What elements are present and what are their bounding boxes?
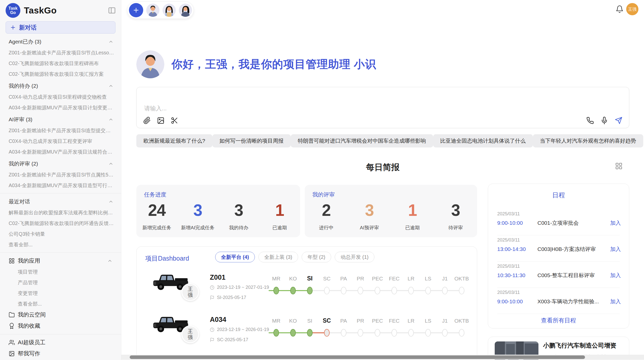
event-join-link[interactable]: 加入 [610, 272, 621, 279]
sidebar-item[interactable]: C0X4-动力总成开发项目工程变更评审 [0, 136, 121, 146]
flag-date: SC-2025-05-17 [217, 337, 248, 342]
app-window: Task Go TaskGo 新对话 Agent已办 (3) Z001-全新燃油… [0, 0, 644, 360]
sidebar-collapse-icon[interactable] [108, 6, 116, 14]
milestone-node [425, 329, 431, 337]
layout-grid-icon[interactable] [615, 162, 623, 170]
milestone-label: OKTB [453, 276, 470, 282]
divider [497, 314, 620, 314]
event-time: 13:00-14:30 [497, 246, 537, 252]
project-dates: 2023-12-19 ~ 2026-01-19 [210, 327, 269, 332]
filter-chip-new-platform[interactable]: 全新平台 (4) [215, 252, 255, 262]
milestone-label: LR [403, 318, 419, 324]
new-chat-label: 新对话 [19, 24, 37, 32]
input-toolbar-left [143, 117, 178, 124]
grid-icon [9, 258, 15, 264]
project-owner-avatar: 王强 [181, 325, 199, 343]
event-join-link[interactable]: 加入 [610, 246, 621, 253]
event-join-link[interactable]: 加入 [610, 219, 621, 227]
apps-view-all-link[interactable]: 查看全部... [0, 298, 121, 309]
suggestion-chips: 欧洲新规最近颁布了什么? 如何写一份清晰的项目周报 特朗普可能对进口汽车增税会对… [136, 134, 629, 147]
chat-input[interactable]: 请输入... [136, 87, 629, 128]
metric-label: 新增AI完成任务 [177, 224, 218, 231]
app-link-project-mgmt[interactable]: 项目管理 [0, 266, 121, 277]
award-icon [9, 323, 15, 329]
app-logo: Task Go [6, 3, 20, 18]
attachment-icon[interactable] [143, 117, 151, 124]
recent-chat-item[interactable]: 解释最新出台的欧盟报废车法规再生塑料比例被调至15%... [0, 207, 121, 218]
suggestion-chip[interactable]: 如何写一份清晰的项目周报 [212, 134, 291, 147]
sidebar-section-agent-done[interactable]: Agent已办 (3) [0, 36, 121, 47]
event-join-link[interactable]: 加入 [610, 298, 621, 305]
dashboard-filters: 全新平台 (4) 全新上装 (3) 年型 (2) 动总开发 (1) [215, 252, 374, 262]
horizontal-scrollbar-thumb[interactable] [130, 355, 585, 359]
milestone-node [358, 329, 363, 337]
notification-bell-icon[interactable] [616, 5, 624, 13]
app-link-change-mgmt[interactable]: 变更管理 [0, 288, 121, 298]
sidebar-item-ai-super-staff[interactable]: AI超级员工 [0, 337, 121, 348]
project-name[interactable]: A034 [210, 316, 226, 324]
metric-label: 已逾期 [391, 224, 434, 231]
user-avatar[interactable]: 王强 [626, 3, 638, 15]
flag-date: SI-2025-05-17 [217, 295, 246, 300]
member-avatar-1[interactable] [146, 4, 159, 17]
recent-chat-item[interactable]: C02-飞腾新能源轻客改款项目的闭环通告反馈情况 [0, 218, 121, 229]
milestone-label: PR [352, 276, 369, 282]
sidebar-section-recent-chats[interactable]: 最近对话 [0, 196, 121, 207]
metric-value: 2 [305, 202, 348, 218]
suggestion-chip[interactable]: 比亚迪全固态电池计划具体说了什么 [433, 134, 533, 147]
chevron-up-icon [108, 117, 113, 122]
milestone-label-current: SC [318, 317, 335, 324]
project-dashboard-card: 项目Dashboard 全新平台 (4) 全新上装 (3) 年型 (2) 动总开… [136, 246, 477, 360]
milestone-node [391, 329, 397, 337]
nav-label: 我的应用 [18, 257, 40, 265]
suggestion-chip[interactable]: 欧洲新规最近颁布了什么? [136, 134, 212, 147]
filter-chip-powertrain[interactable]: 动总开发 (1) [335, 252, 374, 262]
milestone-label: PEC [369, 318, 386, 324]
member-avatar-3[interactable] [179, 4, 192, 17]
add-member-button[interactable] [129, 3, 143, 17]
project-name[interactable]: Z001 [210, 274, 226, 281]
phone-icon[interactable] [586, 117, 594, 124]
recent-view-all-link[interactable]: 查看全部... [0, 239, 121, 250]
app-link-product-mgmt[interactable]: 产品管理 [0, 277, 121, 288]
new-chat-button[interactable]: 新对话 [6, 21, 115, 34]
sidebar: Task Go TaskGo 新对话 Agent已办 (3) Z001-全新燃油… [0, 0, 121, 360]
sidebar-item[interactable]: Z001-全新燃油轻卡产品开发项目SI造型提交物评审 [0, 125, 121, 136]
sidebar-item[interactable]: A034-全新新能源MUV产品开发项目法规符合性评审 [0, 146, 121, 157]
recent-chat-item[interactable]: 公司Q3轻卡销量 [0, 229, 121, 239]
milestone-label: PR [352, 318, 369, 324]
sidebar-section-my-todo[interactable]: 我的待办 (2) [0, 80, 121, 92]
metric-value: 1 [391, 202, 434, 218]
view-all-schedule-link[interactable]: 查看所有日程 [488, 317, 629, 324]
milestone-node-done [307, 329, 313, 337]
suggestion-chip[interactable]: 特朗普可能对进口汽车增税会对中国车企造成哪些影响 [291, 134, 433, 147]
sidebar-item[interactable]: Z001-全新燃油轻卡产品开发项目SI节点属性5D文件评审 [0, 169, 121, 180]
milestone-label: FEC [386, 276, 403, 282]
scissors-icon[interactable] [171, 117, 178, 124]
sidebar-section-my-review[interactable]: 我的评审 (2) [0, 158, 121, 169]
sidebar-section-ai-review[interactable]: AI评审 (3) [0, 114, 121, 125]
sidebar-item-my-favorites[interactable]: 我的收藏 [0, 320, 121, 332]
sidebar-item[interactable]: A034-全新新能源MUV产品开发项目造型可行性评审 [0, 180, 121, 191]
metric: 3 我的待办 [218, 202, 259, 231]
sidebar-item[interactable]: C0X4-动力总成开发项目SI里程碑提交物检查 [0, 92, 121, 102]
sidebar-item-my-apps[interactable]: 我的应用 [0, 255, 121, 266]
send-icon[interactable] [615, 117, 622, 124]
filter-chip-new-body[interactable]: 全新上装 (3) [258, 252, 298, 262]
suggestion-chip[interactable]: 当下年轻人对汽车外观有怎样的喜好趋势 [533, 134, 643, 147]
sidebar-item-help-me-write[interactable]: 帮我写作 [0, 348, 121, 359]
sidebar-item-my-cloud[interactable]: 我的云空间 [0, 309, 121, 320]
filter-chip-model-year[interactable]: 年型 (2) [302, 252, 331, 262]
sidebar-item[interactable]: C02-飞腾新能源轻客改款项目立项汇报方案 [0, 69, 121, 79]
microphone-icon[interactable] [601, 117, 608, 124]
sidebar-item[interactable]: A034-全新新能源MUV产品开发项目计划变更表编写 [0, 102, 121, 113]
date-range: 2023-12-19 ~ 2027-01-19 [217, 285, 269, 290]
member-avatar-2[interactable] [163, 4, 176, 17]
image-upload-icon[interactable] [157, 117, 165, 124]
app-title: TaskGo [24, 5, 104, 16]
sidebar-item[interactable]: C02-飞腾新能源轻客改款项目里程碑画布 [0, 58, 121, 69]
schedule-title: 日程 [488, 191, 629, 199]
divider [0, 334, 121, 334]
milestone-label-current: SI [301, 275, 318, 282]
sidebar-item[interactable]: Z001-全新燃油皮卡产品开发项目SI节点Lesson Learn报告 [0, 47, 121, 58]
